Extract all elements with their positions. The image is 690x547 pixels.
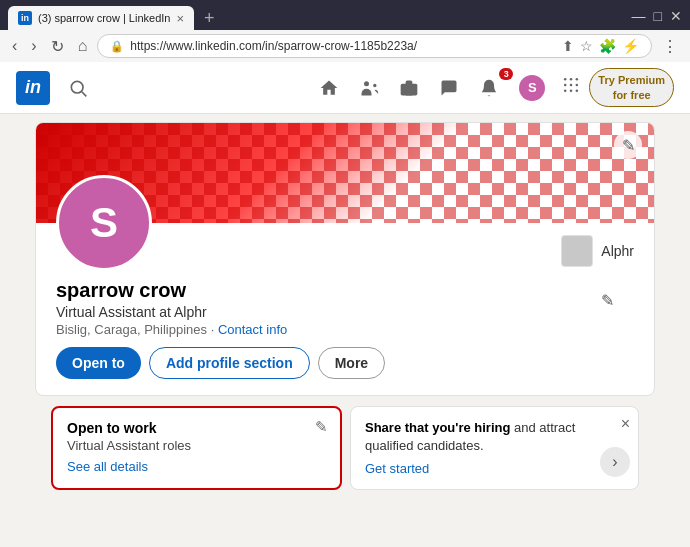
- company-badge[interactable]: Alphr: [561, 235, 634, 267]
- linkedin-navigation: in 3 S Try Premium for free: [0, 62, 690, 114]
- nav-network-button[interactable]: [351, 72, 387, 104]
- nav-grid-button[interactable]: [557, 71, 585, 104]
- browser-chrome: in (3) sparrow crow | LinkedIn × + — □ ✕…: [0, 0, 690, 62]
- share-icon[interactable]: ⬆: [562, 38, 574, 54]
- ssl-lock-icon: 🔒: [110, 40, 124, 53]
- open-to-work-title: Open to work: [67, 420, 326, 436]
- svg-point-13: [576, 90, 579, 93]
- tab-favicon: in: [18, 11, 32, 25]
- svg-point-11: [564, 90, 567, 93]
- nav-me-button[interactable]: S: [511, 69, 553, 107]
- get-started-link[interactable]: Get started: [365, 461, 429, 476]
- address-bar-row: ‹ › ↻ ⌂ 🔒 https://www.linkedin.com/in/sp…: [0, 30, 690, 62]
- window-controls: — □ ✕: [632, 8, 682, 28]
- new-tab-button[interactable]: +: [198, 8, 221, 29]
- tab-title: (3) sparrow crow | LinkedIn: [38, 12, 170, 24]
- refresh-button[interactable]: ↻: [47, 35, 68, 58]
- action-buttons: Open to Add profile section More: [56, 347, 634, 379]
- hiring-title-bold: Share that you're hiring: [365, 420, 510, 435]
- svg-point-2: [364, 81, 369, 86]
- contact-info-link[interactable]: Contact info: [218, 322, 287, 337]
- company-logo-image: [562, 236, 592, 266]
- svg-line-1: [82, 91, 87, 96]
- open-to-work-card: Open to work Virtual Assistant roles See…: [51, 406, 342, 490]
- svg-point-0: [71, 81, 83, 93]
- svg-point-9: [570, 84, 573, 87]
- forward-button[interactable]: ›: [27, 35, 40, 57]
- hiring-card: × Share that you're hiring and attract q…: [350, 406, 639, 490]
- try-premium-button[interactable]: Try Premium for free: [589, 68, 674, 107]
- back-button[interactable]: ‹: [8, 35, 21, 57]
- open-to-work-subtitle: Virtual Assistant roles: [67, 438, 326, 453]
- location-dot: ·: [211, 322, 215, 337]
- nav-jobs-button[interactable]: [391, 72, 427, 104]
- profile-card: ✎ S Alphr ✎ sparrow crow Virtual Assista…: [35, 122, 655, 396]
- maximize-button[interactable]: □: [654, 8, 662, 24]
- svg-point-5: [564, 78, 567, 81]
- profile-avatar: S: [56, 175, 152, 271]
- tab-close-btn[interactable]: ×: [176, 12, 184, 25]
- svg-point-7: [576, 78, 579, 81]
- bookmark-icon[interactable]: ☆: [580, 38, 593, 54]
- svg-point-3: [374, 83, 377, 86]
- location-text: Bislig, Caraga, Philippines: [56, 322, 207, 337]
- address-bar-icons: ⬆ ☆ 🧩 ⚡: [562, 38, 639, 54]
- svg-point-8: [564, 84, 567, 87]
- more-button[interactable]: More: [318, 347, 385, 379]
- company-logo: [561, 235, 593, 267]
- profile-name: sparrow crow: [56, 279, 634, 302]
- profile-headline: Virtual Assistant at Alphr: [56, 304, 634, 320]
- nav-home-button[interactable]: [311, 72, 347, 104]
- bottom-cards-row: Open to work Virtual Assistant roles See…: [35, 396, 655, 506]
- nav-notifications-button[interactable]: 3: [471, 72, 507, 104]
- svg-point-10: [576, 84, 579, 87]
- see-all-details-link[interactable]: See all details: [67, 459, 148, 474]
- address-bar[interactable]: 🔒 https://www.linkedin.com/in/sparrow-cr…: [97, 34, 652, 58]
- active-tab[interactable]: in (3) sparrow crow | LinkedIn ×: [8, 6, 194, 30]
- browser-menu-button[interactable]: ⋮: [658, 35, 682, 58]
- page-content: ✎ S Alphr ✎ sparrow crow Virtual Assista…: [0, 114, 690, 514]
- add-profile-section-button[interactable]: Add profile section: [149, 347, 310, 379]
- cover-edit-button[interactable]: ✎: [614, 131, 642, 159]
- minimize-button[interactable]: —: [632, 8, 646, 24]
- url-text: https://www.linkedin.com/in/sparrow-crow…: [130, 39, 556, 53]
- svg-point-12: [570, 90, 573, 93]
- nav-messaging-button[interactable]: [431, 72, 467, 104]
- close-window-button[interactable]: ✕: [670, 8, 682, 24]
- home-button[interactable]: ⌂: [74, 35, 92, 57]
- profile-info-area: S Alphr ✎ sparrow crow Virtual Assistant…: [36, 223, 654, 395]
- title-bar: in (3) sparrow crow | LinkedIn × + — □ ✕: [0, 0, 690, 30]
- nav-avatar: S: [519, 75, 545, 101]
- profile-location: Bislig, Caraga, Philippines · Contact in…: [56, 322, 634, 337]
- svg-point-6: [570, 78, 573, 81]
- linkedin-logo[interactable]: in: [16, 71, 50, 105]
- open-to-work-edit-icon[interactable]: ✎: [315, 418, 328, 436]
- hiring-card-close-button[interactable]: ×: [621, 415, 630, 433]
- extensions-icon[interactable]: 🧩: [599, 38, 616, 54]
- profile-avatar-wrap: S: [56, 175, 152, 271]
- ext2-icon[interactable]: ⚡: [622, 38, 639, 54]
- hiring-arrow-button[interactable]: ›: [600, 447, 630, 477]
- profile-edit-button[interactable]: ✎: [601, 291, 614, 310]
- notification-badge: 3: [499, 68, 513, 80]
- open-to-button[interactable]: Open to: [56, 347, 141, 379]
- search-nav-icon[interactable]: [60, 72, 96, 104]
- hiring-title: Share that you're hiring and attract qua…: [365, 419, 624, 455]
- company-name: Alphr: [601, 243, 634, 259]
- profile-company-section: Alphr ✎: [561, 235, 634, 267]
